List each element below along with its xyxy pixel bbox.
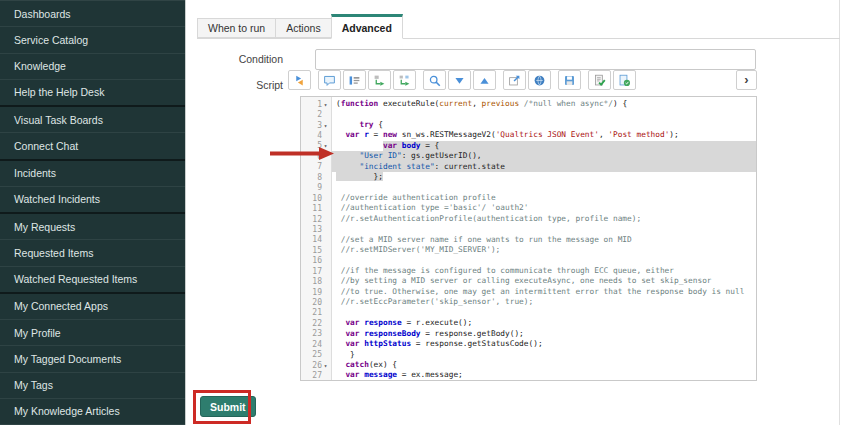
tab-bar: When to runActionsAdvanced: [197, 14, 403, 38]
fold-toggle-icon[interactable]: ▾: [322, 122, 329, 129]
sidebar-item-requested-items[interactable]: Requested Items: [0, 240, 185, 266]
code-line[interactable]: //override authentication profile: [332, 193, 756, 203]
sidebar-item-my-tagged-documents[interactable]: My Tagged Documents: [0, 346, 185, 372]
code-line[interactable]: try {: [332, 120, 756, 130]
replace-all-button[interactable]: [393, 70, 416, 90]
syntax-check-button[interactable]: [588, 70, 611, 90]
line-number: 4: [301, 130, 331, 140]
code-line[interactable]: };: [332, 172, 756, 182]
search-button[interactable]: [423, 70, 446, 90]
sidebar-item-my-tags[interactable]: My Tags: [0, 373, 185, 399]
sidebar-item-my-requests[interactable]: My Requests: [0, 214, 185, 240]
line-number: 7: [301, 162, 331, 172]
code-line[interactable]: [332, 109, 756, 119]
format-script-button[interactable]: [288, 70, 311, 90]
sidebar-item-knowledge[interactable]: Knowledge: [0, 54, 185, 80]
open-new-window-button[interactable]: [503, 70, 526, 90]
expand-toolbar-button[interactable]: ›: [736, 70, 757, 90]
sidebar-item-my-knowledge-articles[interactable]: My Knowledge Articles: [0, 399, 185, 425]
code-line[interactable]: var message = ex.message;: [332, 370, 756, 380]
sidebar-item-help-the-help-desk[interactable]: Help the Help Desk: [0, 80, 185, 107]
sidebar-item-watched-requested-items[interactable]: Watched Requested Items: [0, 267, 185, 294]
code-line[interactable]: [332, 224, 756, 234]
save-button[interactable]: [558, 70, 581, 90]
code-line[interactable]: catch(ex) {: [332, 360, 756, 370]
code-line[interactable]: //to true. Otherwise, one may get an int…: [332, 287, 756, 297]
script-label: Script: [191, 79, 283, 91]
find-next-button[interactable]: [448, 70, 471, 90]
editor-code-area[interactable]: (function executeRule(current, previous …: [332, 97, 756, 380]
code-line[interactable]: //authentication type ='basic'/ 'oauth2': [332, 203, 756, 213]
find-next-icon: [453, 74, 466, 87]
line-number: 21: [301, 308, 331, 318]
tab-when-to-run[interactable]: When to run: [197, 18, 275, 38]
sidebar-item-dashboards[interactable]: Dashboards: [0, 1, 185, 27]
code-line[interactable]: var r = new sn_ws.RESTMessageV2('Qualtri…: [332, 130, 756, 140]
code-line[interactable]: "incident state": current.state: [332, 162, 756, 172]
script-editor-toolbar: [288, 70, 636, 90]
line-number: 20: [301, 297, 331, 307]
help-button[interactable]: [528, 70, 551, 90]
sidebar-item-visual-task-boards[interactable]: Visual Task Boards: [0, 107, 185, 133]
line-number: 17: [301, 266, 331, 276]
code-line[interactable]: //set a MID server name if one wants to …: [332, 235, 756, 245]
script-debug-icon: [618, 74, 631, 87]
sidebar-item-watched-incidents[interactable]: Watched Incidents: [0, 187, 185, 214]
submit-button[interactable]: Submit: [200, 396, 256, 417]
page: DashboardsService CatalogKnowledgeHelp t…: [0, 0, 850, 425]
search-icon: [428, 74, 441, 87]
comment-button[interactable]: [318, 70, 341, 90]
toolbar-group: [318, 70, 416, 90]
line-number: 5▾: [301, 141, 331, 151]
code-line[interactable]: var responseBody = response.getBody();: [332, 329, 756, 339]
line-number: 2: [301, 109, 331, 119]
sidebar-item-connect-chat[interactable]: Connect Chat: [0, 133, 185, 160]
sidebar-item-service-catalog[interactable]: Service Catalog: [0, 27, 185, 53]
toolbar-group: [503, 70, 551, 90]
sidebar-item-my-connected-apps[interactable]: My Connected Apps: [0, 294, 185, 320]
code-line[interactable]: }: [332, 350, 756, 360]
script-debug-button[interactable]: [613, 70, 636, 90]
toolbar-group: [423, 70, 496, 90]
open-new-window-icon: [508, 74, 521, 87]
sidebar-item-incidents[interactable]: Incidents: [0, 161, 185, 187]
line-number: 19: [301, 287, 331, 297]
condition-input[interactable]: [315, 49, 756, 70]
code-line[interactable]: (function executeRule(current, previous …: [332, 99, 756, 109]
line-number: 8: [301, 172, 331, 182]
save-icon: [563, 74, 576, 87]
replace-icon: [373, 74, 386, 87]
fold-toggle-icon[interactable]: ▾: [322, 362, 329, 369]
sidebar-item-my-profile[interactable]: My Profile: [0, 320, 185, 346]
code-line[interactable]: //by setting a MID server or calling exe…: [332, 276, 756, 286]
code-line[interactable]: var body = {: [332, 141, 756, 151]
line-number: 23: [301, 329, 331, 339]
toolbar-group: [558, 70, 581, 90]
format-text-button[interactable]: [343, 70, 366, 90]
code-line[interactable]: var httpStatus = response.getStatusCode(…: [332, 339, 756, 349]
fold-toggle-icon[interactable]: ▾: [322, 101, 329, 108]
replace-all-icon: [398, 74, 411, 87]
code-line[interactable]: var response = r.execute();: [332, 318, 756, 328]
main-panel: When to runActionsAdvanced Condition Scr…: [187, 0, 850, 425]
replace-button[interactable]: [368, 70, 391, 90]
code-line[interactable]: //r.setEccParameter('skip_sensor', true)…: [332, 297, 756, 307]
sidebar-menu: DashboardsService CatalogKnowledgeHelp t…: [0, 0, 185, 425]
find-previous-button[interactable]: [473, 70, 496, 90]
code-line[interactable]: //if the message is configured to commun…: [332, 266, 756, 276]
tab-advanced[interactable]: Advanced: [331, 14, 403, 39]
tab-actions[interactable]: Actions: [275, 18, 330, 38]
code-line[interactable]: [332, 308, 756, 318]
fold-toggle-icon[interactable]: ▾: [322, 142, 329, 149]
line-number: 24: [301, 339, 331, 349]
line-number: 11: [301, 203, 331, 213]
line-number: 9: [301, 183, 331, 193]
script-editor[interactable]: 1▾23▾45▾67891011121314151617181920212223…: [300, 96, 757, 381]
code-line[interactable]: [332, 183, 756, 193]
sidebar: DashboardsService CatalogKnowledgeHelp t…: [0, 0, 186, 425]
code-line[interactable]: "User ID": gs.getUserID(),: [332, 151, 756, 161]
code-line[interactable]: [332, 256, 756, 266]
line-number: 16: [301, 256, 331, 266]
code-line[interactable]: //r.setAuthenticationProfile(authenticat…: [332, 214, 756, 224]
code-line[interactable]: //r.setMIDServer('MY_MID_SERVER');: [332, 245, 756, 255]
